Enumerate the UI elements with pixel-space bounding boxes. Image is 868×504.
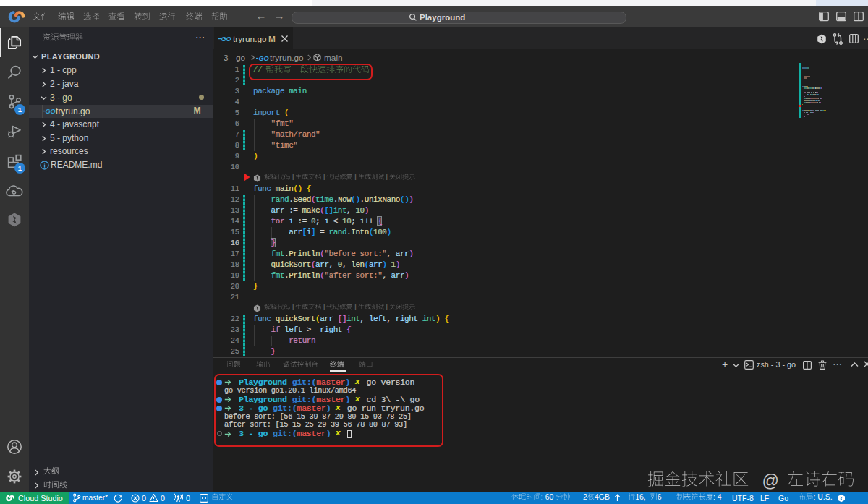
svg-text:GO: GO bbox=[45, 108, 55, 115]
svg-text:GO: GO bbox=[258, 55, 268, 62]
svg-text:6: 6 bbox=[657, 492, 661, 501]
svg-text:: U.S.: : U.S. bbox=[813, 492, 832, 501]
svg-text:16,: 16, bbox=[635, 492, 646, 501]
svg-text:GO: GO bbox=[221, 35, 231, 43]
svg-text:2: 2 bbox=[583, 492, 587, 501]
svg-text:: 4: : 4 bbox=[713, 492, 722, 501]
svg-text:: 60: : 60 bbox=[541, 492, 554, 501]
svg-text:4GB: 4GB bbox=[595, 492, 610, 501]
